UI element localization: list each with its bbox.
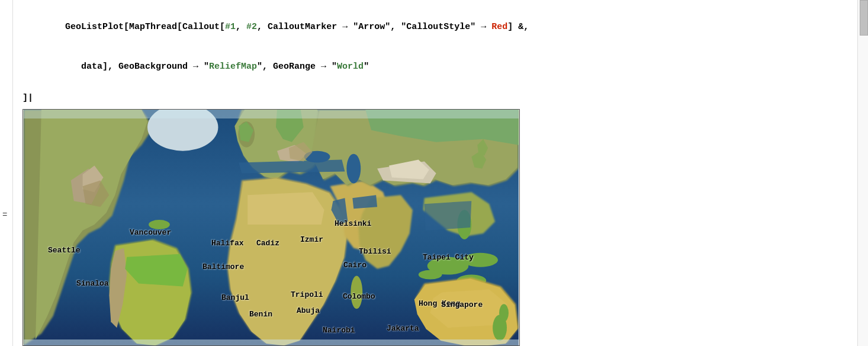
code-text-2b: ", GeoRange → " bbox=[257, 62, 337, 72]
code-arg2: #2 bbox=[246, 22, 257, 32]
city-label: Helsinki bbox=[335, 219, 371, 228]
code-comma1: , bbox=[236, 22, 246, 32]
svg-point-9 bbox=[499, 304, 509, 322]
code-block: GeoListPlot[MapThread[Callout[#1, #2, Ca… bbox=[22, 7, 846, 87]
equals-sign: = bbox=[2, 210, 7, 220]
code-text-2a: data], GeoBackground → " bbox=[65, 62, 209, 72]
city-label: Sinaloa bbox=[76, 279, 109, 288]
city-label: Abuja bbox=[297, 306, 320, 315]
code-text-1: GeoListPlot[MapThread[Callout[ bbox=[65, 22, 225, 32]
city-label: Singapore bbox=[441, 300, 483, 309]
city-label: Izmir bbox=[300, 235, 323, 244]
city-label: Cadiz bbox=[256, 239, 279, 248]
code-arg1: #1 bbox=[225, 22, 236, 32]
city-label: Tbilisi bbox=[359, 247, 391, 256]
scrollbar-thumb[interactable] bbox=[860, 0, 868, 36]
map-container: SeattleVancouverHalifaxCadizIzmirHelsink… bbox=[22, 109, 520, 346]
city-label: Vancouver bbox=[130, 228, 171, 237]
city-label: Taipei City bbox=[423, 253, 474, 262]
svg-point-6 bbox=[419, 270, 442, 280]
code-line-1: GeoListPlot[MapThread[Callout[#1, #2, Ca… bbox=[22, 7, 846, 47]
city-label: Seattle bbox=[48, 246, 81, 255]
city-label: Benin bbox=[249, 310, 272, 319]
city-label: Nairobi bbox=[323, 326, 355, 335]
bracket-line: ]| bbox=[22, 93, 846, 103]
city-label: Baltimore bbox=[202, 262, 244, 271]
code-reliefmap: ReliefMap bbox=[209, 62, 257, 72]
page-container: = GeoListPlot[MapThread[Callout[#1, #2, … bbox=[0, 0, 868, 346]
city-label: Cairo bbox=[343, 261, 367, 270]
code-world: World bbox=[337, 62, 364, 72]
main-content: GeoListPlot[MapThread[Callout[#1, #2, Ca… bbox=[13, 0, 857, 346]
city-label: Tripoli bbox=[291, 290, 323, 299]
left-gutter: = bbox=[0, 0, 13, 346]
city-label: Banjul bbox=[221, 293, 249, 302]
city-label: Jakarta bbox=[387, 324, 419, 333]
code-text-2c: " bbox=[364, 62, 369, 72]
city-label: Colombo bbox=[343, 292, 375, 301]
code-line-2: data], GeoBackground → "ReliefMap", GeoR… bbox=[22, 47, 846, 88]
svg-point-12 bbox=[346, 154, 361, 184]
code-rest2: ] &, bbox=[507, 22, 529, 32]
code-red1: Red bbox=[491, 22, 507, 32]
city-label: Halifax bbox=[211, 239, 244, 248]
right-gutter[interactable] bbox=[857, 0, 868, 346]
code-rest1: , CalloutMarker → "Arrow", "CalloutStyle… bbox=[257, 22, 491, 32]
